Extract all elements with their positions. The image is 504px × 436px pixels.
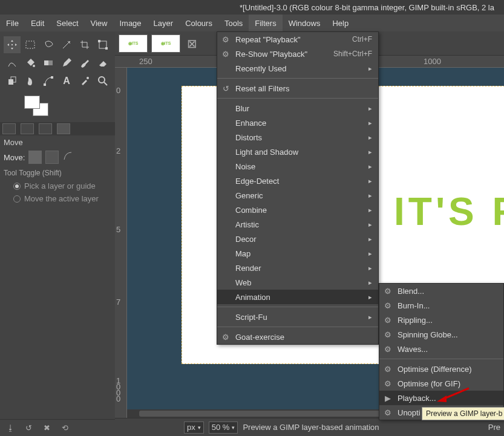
footer-save-icon[interactable]: ⭳ <box>4 421 17 435</box>
image-tab-1[interactable]: ◉ITS <box>119 34 148 53</box>
footer-reset-icon[interactable]: ⟲ <box>58 421 71 435</box>
filters-dropdown: ⚙ Repeat "Playback" Ctrl+F ⚙ Re-Show "Pl… <box>217 31 379 345</box>
image-tab-2[interactable]: ◉ITS <box>151 34 180 53</box>
chevron-right-icon: ▸ <box>368 264 372 272</box>
tool-path[interactable] <box>40 73 57 89</box>
menu-tools[interactable]: Tools <box>218 15 249 31</box>
menu-artistic[interactable]: Artistic▸ <box>217 217 378 232</box>
footer-restore-icon[interactable]: ↺ <box>22 421 35 435</box>
tool-move[interactable] <box>4 36 21 53</box>
menu-image[interactable]: Image <box>113 15 147 31</box>
tool-free-select[interactable] <box>40 36 57 53</box>
menu-separator <box>217 307 378 307</box>
dock-tab-3[interactable] <box>39 123 52 134</box>
menu-recently-used[interactable]: Recently Used▸ <box>217 61 378 76</box>
tool-fuzzy-select[interactable] <box>58 36 75 53</box>
menu-reset-filters[interactable]: ↺ Reset all Filters <box>217 81 378 96</box>
image-tab-close[interactable]: ⊠ <box>184 34 200 53</box>
dock-tab-4[interactable] <box>57 123 70 134</box>
menu-burn-in[interactable]: ⚙Burn-In... <box>379 298 503 313</box>
opt-move-active[interactable]: Move the active layer <box>0 192 115 205</box>
left-panel: A Move Move: Tool Toggle (Shift) Pick a … <box>0 31 115 436</box>
menu-goat-exercise[interactable]: ⚙ Goat-exercise <box>217 330 378 344</box>
warp-icon <box>7 57 18 68</box>
gear-icon: ⚙ <box>221 332 231 342</box>
menu-file[interactable]: File <box>0 15 25 31</box>
reset-icon: ↺ <box>221 83 231 93</box>
menu-blend[interactable]: ⚙Blend... <box>379 284 503 298</box>
menu-help[interactable]: Help <box>326 15 355 31</box>
move-mode-path[interactable] <box>62 151 76 164</box>
tool-bucket[interactable] <box>22 54 39 71</box>
menu-web[interactable]: Web▸ <box>217 275 378 290</box>
menu-combine[interactable]: Combine▸ <box>217 203 378 217</box>
tool-options-title: Move <box>0 135 115 148</box>
chevron-down-icon: ▾ <box>232 425 235 431</box>
menu-render[interactable]: Render▸ <box>217 261 378 275</box>
tool-colorpicker[interactable] <box>76 73 93 89</box>
fg-bg-swatches[interactable] <box>24 96 58 122</box>
menu-layer[interactable]: Layer <box>148 15 180 31</box>
menu-repeat-playback[interactable]: ⚙ Repeat "Playback" Ctrl+F <box>217 32 378 47</box>
svg-point-1 <box>69 41 70 42</box>
menu-filters[interactable]: Filters <box>249 15 282 31</box>
fg-color-swatch[interactable] <box>24 96 40 109</box>
menu-animation[interactable]: Animation▸ <box>217 290 378 304</box>
footer-delete-icon[interactable]: ✖ <box>40 421 53 435</box>
chevron-right-icon: ▸ <box>368 65 372 73</box>
menu-select[interactable]: Select <box>50 15 84 31</box>
menu-map[interactable]: Map▸ <box>217 246 378 261</box>
menu-edge-detect[interactable]: Edge-Detect▸ <box>217 174 378 188</box>
move-mode-selection[interactable] <box>45 151 59 164</box>
menu-reshow-playback[interactable]: ⚙ Re-Show "Playback" Shift+Ctrl+F <box>217 47 378 61</box>
dock-tab-1[interactable] <box>2 123 16 134</box>
menu-blur[interactable]: Blur▸ <box>217 101 378 116</box>
menu-playback[interactable]: ▶Playback... <box>379 391 503 405</box>
canvas-text-content: IT'S F <box>394 189 504 234</box>
dock-tab-2[interactable] <box>21 123 34 134</box>
opt-pick-layer[interactable]: Pick a layer or guide <box>0 180 115 192</box>
menu-decor[interactable]: Decor▸ <box>217 232 378 246</box>
svg-rect-3 <box>98 40 100 42</box>
menu-distorts[interactable]: Distorts▸ <box>217 130 378 145</box>
zoom-selector[interactable]: 50 %▾ <box>209 421 238 434</box>
tool-pencil[interactable] <box>58 54 75 71</box>
tool-gradient[interactable] <box>40 54 57 71</box>
move-icon <box>7 39 18 50</box>
menu-noise[interactable]: Noise▸ <box>217 159 378 174</box>
menu-rippling[interactable]: ⚙Rippling... <box>379 313 503 327</box>
menu-generic[interactable]: Generic▸ <box>217 188 378 203</box>
menu-spinning-globe[interactable]: ⚙Spinning Globe... <box>379 327 503 342</box>
menu-optimise-diff[interactable]: ⚙Optimise (Difference) <box>379 362 503 376</box>
tool-rect-select[interactable] <box>22 36 39 53</box>
chevron-right-icon: ▸ <box>368 313 372 321</box>
gear-icon: ⚙ <box>383 364 393 374</box>
tool-smudge[interactable] <box>22 73 39 89</box>
path-small-icon <box>62 151 73 161</box>
tool-transform[interactable] <box>94 36 111 53</box>
chevron-right-icon: ▸ <box>368 105 372 112</box>
tool-toggle-label: Tool Toggle (Shift) <box>0 166 115 180</box>
menu-waves[interactable]: ⚙Waves... <box>379 342 503 356</box>
gear-icon: ⚙ <box>383 379 393 388</box>
menu-windows[interactable]: Windows <box>283 15 327 31</box>
menu-colours[interactable]: Colours <box>179 15 218 31</box>
menu-edit[interactable]: Edit <box>25 15 50 31</box>
menu-script-fu[interactable]: Script-Fu▸ <box>217 310 378 324</box>
transform-icon <box>97 39 108 50</box>
tool-crop[interactable] <box>76 36 93 53</box>
unit-selector[interactable]: px▾ <box>184 421 204 434</box>
tool-warp[interactable] <box>4 54 21 71</box>
menu-view[interactable]: View <box>85 15 114 31</box>
tool-clone[interactable] <box>4 73 21 89</box>
menu-light-shadow[interactable]: Light and Shadow▸ <box>217 145 378 159</box>
tool-eraser[interactable] <box>94 54 111 71</box>
tool-text[interactable]: A <box>58 73 75 89</box>
move-mode-layer[interactable] <box>28 151 42 164</box>
clone-icon <box>7 76 18 86</box>
menu-optimise-gif[interactable]: ⚙Optimise (for GIF) <box>379 376 503 391</box>
menu-enhance[interactable]: Enhance▸ <box>217 116 378 130</box>
svg-point-12 <box>87 77 89 79</box>
tool-zoom[interactable] <box>94 73 111 89</box>
tool-brush[interactable] <box>76 54 93 71</box>
